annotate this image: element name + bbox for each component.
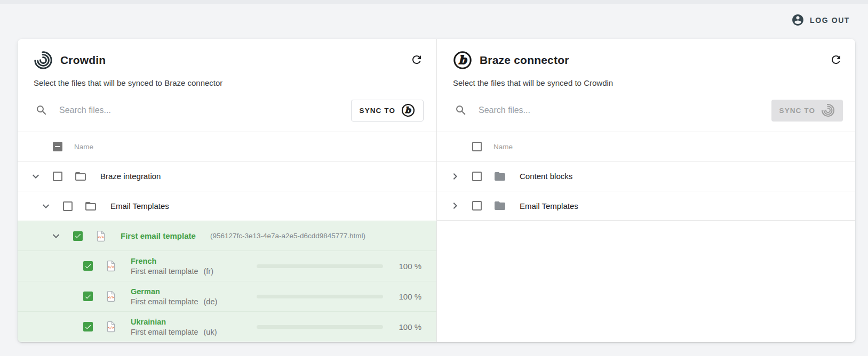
crowdin-panel: Crowdin Select the files that will be sy… [18, 39, 436, 342]
tree-row-email-templates-right[interactable]: Email Templates [437, 191, 855, 221]
row-filename: (956127fc-3e13-4e7a-a2e5-d6cdd9845777.ht… [210, 232, 365, 240]
row-label: Content blocks [520, 172, 572, 181]
logout-label: LOG OUT [810, 16, 850, 25]
translation-progress-value: 100 % [391, 322, 421, 331]
refresh-icon [830, 53, 842, 66]
crowdin-panel-title: Crowdin [60, 54, 106, 67]
braze-panel-title: Braze connector [480, 54, 569, 67]
crowdin-logo-icon-gray [821, 103, 835, 117]
row-label: First email template [121, 231, 196, 240]
row-checkbox-checked[interactable] [83, 261, 93, 271]
row-label: Braze integration [100, 172, 161, 181]
language-code: (fr) [204, 267, 214, 276]
tree-row-language-ukrainian[interactable]: Ukrainian First email template(uk) 100 % [18, 311, 436, 342]
search-icon [35, 104, 48, 117]
select-all-checkbox[interactable] [53, 142, 62, 151]
tree-row-content-blocks[interactable]: Content blocks [437, 161, 855, 191]
logout-button[interactable]: LOG OUT [791, 13, 850, 27]
chevron-down-icon[interactable] [29, 170, 42, 183]
language-code: (de) [204, 297, 218, 306]
html-file-icon [105, 320, 117, 333]
language-template-name: First email template [131, 267, 198, 276]
braze-panel-header: Braze connector Select the files that wi… [437, 39, 855, 132]
check-icon [84, 293, 92, 301]
braze-file-tree: Name Content blocks Email Templates [437, 132, 855, 342]
row-label: Email Templates [110, 201, 169, 211]
chevron-placeholder [60, 290, 73, 303]
tree-row-email-templates[interactable]: Email Templates [18, 191, 436, 221]
braze-logo-icon [401, 103, 415, 117]
row-checkbox[interactable] [472, 201, 482, 211]
language-template-name: First email template [131, 297, 198, 306]
account-icon [791, 13, 805, 27]
sync-to-crowdin-label: SYNC TO [779, 107, 815, 115]
crowdin-logo-icon [34, 51, 53, 70]
chevron-right-icon[interactable] [449, 170, 461, 183]
language-name: German [131, 287, 217, 296]
language-code: (uk) [204, 328, 217, 336]
crowdin-refresh-button[interactable] [410, 53, 424, 67]
chevron-right-icon[interactable] [449, 199, 461, 212]
braze-logo-icon [453, 51, 472, 70]
braze-panel-subtitle: Select the files that will be synced to … [453, 78, 843, 87]
name-column-header: Name [74, 143, 93, 151]
translation-progress-bar [257, 325, 383, 329]
crowdin-panel-subtitle: Select the files that will be synced to … [34, 78, 424, 87]
html-file-icon [94, 230, 107, 242]
sync-card: Crowdin Select the files that will be sy… [18, 39, 855, 342]
crowdin-search-input[interactable] [59, 106, 343, 115]
folder-open-icon [84, 200, 97, 213]
chevron-placeholder [449, 140, 461, 153]
row-checkbox-checked[interactable] [83, 322, 93, 331]
tree-row-braze-integration[interactable]: Braze integration [18, 161, 436, 191]
sync-to-crowdin-button-disabled[interactable]: SYNC TO [771, 100, 843, 122]
row-checkbox[interactable] [472, 172, 482, 181]
tree-row-language-german[interactable]: German First email template(de) 100 % [18, 281, 436, 311]
sync-to-braze-button[interactable]: SYNC TO [351, 100, 424, 122]
language-template-name: First email template [131, 328, 198, 336]
row-checkbox-checked[interactable] [73, 231, 83, 241]
chevron-placeholder [29, 140, 42, 153]
check-icon [84, 323, 92, 331]
braze-search-input[interactable] [479, 106, 763, 115]
braze-panel: Braze connector Select the files that wi… [437, 39, 855, 342]
crowdin-file-tree: Name Braze integration Email Templates F… [18, 132, 436, 342]
chevron-down-icon[interactable] [50, 230, 62, 242]
chevron-placeholder [60, 260, 73, 272]
row-checkbox[interactable] [63, 201, 73, 211]
translation-progress-bar [257, 295, 383, 298]
chevron-down-icon[interactable] [39, 200, 52, 213]
check-icon [74, 232, 82, 240]
chevron-placeholder [60, 320, 73, 333]
row-checkbox[interactable] [53, 172, 62, 181]
language-name: French [131, 257, 213, 265]
top-strip [0, 0, 868, 4]
folder-open-icon [74, 170, 87, 183]
search-icon [455, 104, 467, 117]
sync-to-braze-label: SYNC TO [360, 107, 395, 115]
folder-icon [493, 199, 506, 212]
braze-refresh-button[interactable] [829, 53, 843, 67]
translation-progress-value: 100 % [391, 292, 421, 301]
translation-progress-bar [257, 264, 383, 268]
tree-row-language-french[interactable]: French First email template(fr) 100 % [18, 250, 436, 281]
crowdin-tree-header: Name [18, 132, 436, 161]
html-file-icon [105, 290, 117, 303]
crowdin-panel-header: Crowdin Select the files that will be sy… [18, 39, 436, 132]
refresh-icon [410, 53, 423, 66]
row-checkbox-checked[interactable] [83, 292, 93, 301]
translation-progress-value: 100 % [391, 262, 421, 271]
folder-icon [493, 170, 506, 183]
row-label: Email Templates [520, 201, 578, 211]
name-column-header: Name [493, 143, 513, 151]
check-icon [84, 262, 92, 270]
select-all-checkbox[interactable] [472, 142, 482, 151]
language-name: Ukrainian [131, 318, 217, 326]
html-file-icon [105, 260, 117, 272]
braze-tree-header: Name [437, 132, 855, 161]
tree-row-first-email-template[interactable]: First email template (956127fc-3e13-4e7a… [18, 221, 436, 250]
